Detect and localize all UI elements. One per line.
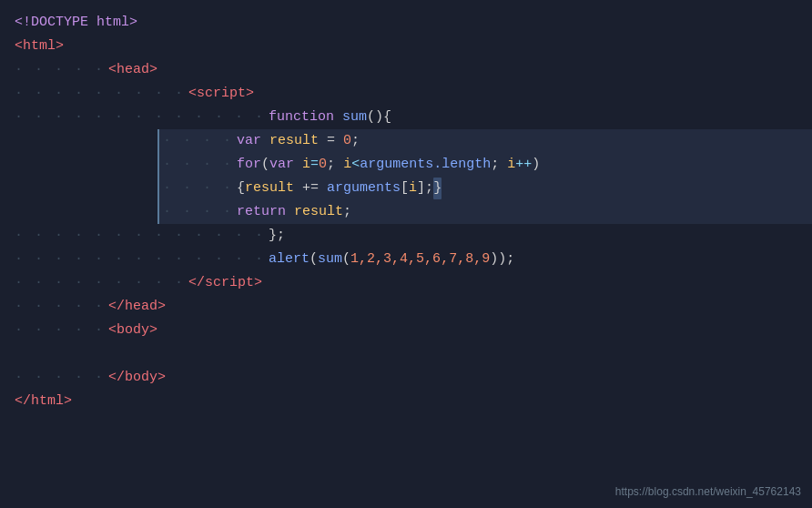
- result-2: result: [245, 178, 294, 199]
- dots-6: · · · ·: [163, 130, 233, 152]
- line-15: [0, 342, 812, 366]
- args-nums: 1,2,3,4,5,6,7,8,9: [350, 249, 490, 270]
- line-11: · · · · · · · · · · · · · alert(sum(1,2,…: [0, 248, 812, 271]
- code-editor: <!DOCTYPE html> <html> · · · · · <head> …: [0, 0, 812, 424]
- close-parens: ));: [490, 249, 514, 270]
- line-10: · · · · · · · · · · · · · };: [0, 224, 812, 248]
- line-1: <!DOCTYPE html>: [0, 11, 812, 35]
- dots-3: · · · · ·: [15, 59, 105, 81]
- dots-10: · · · · · · · · · · · · ·: [15, 225, 265, 247]
- var-i-3: i: [507, 154, 515, 176]
- semicolon-1: ;: [351, 130, 360, 152]
- brace-open: {: [237, 178, 245, 199]
- var-keyword-2: var: [269, 154, 302, 176]
- lt-op: <: [351, 154, 360, 176]
- dots-14: · · · · ·: [15, 320, 105, 341]
- dots-9: · · · ·: [163, 201, 233, 223]
- num-zero-2: 0: [319, 154, 327, 176]
- dots-4: · · · · · · · · ·: [15, 83, 185, 105]
- line-12: · · · · · · · · · </script>: [0, 271, 812, 295]
- body-open-tag: <body>: [108, 320, 157, 341]
- semi-3: ;: [491, 154, 507, 176]
- var-i: i: [302, 154, 310, 176]
- bracket-open: [: [401, 178, 409, 199]
- line-8: · · · · {result += arguments[i];}: [157, 177, 812, 200]
- body-close-tag: </body>: [108, 367, 166, 389]
- line-14: · · · · · <body>: [0, 319, 812, 342]
- sum-call: sum: [318, 249, 342, 270]
- head-open-tag: <head>: [108, 59, 157, 81]
- close-brace-semi: };: [269, 225, 285, 247]
- var-i-2: i: [343, 154, 351, 176]
- dots-8: · · · ·: [163, 178, 233, 199]
- line-17: </html>: [0, 390, 812, 413]
- for-paren-open: (: [261, 154, 269, 176]
- equals: =: [319, 130, 343, 152]
- return-keyword: return: [237, 201, 294, 223]
- empty-line: [15, 343, 23, 365]
- semi-2: ;: [327, 154, 343, 176]
- alert-paren: (: [310, 249, 318, 270]
- sum-args: (: [342, 249, 350, 270]
- alert-func: alert: [269, 249, 310, 270]
- dots-16: · · · · ·: [15, 367, 105, 389]
- result-3: result: [294, 201, 343, 223]
- var-result: result: [269, 130, 319, 152]
- semi-4: ;: [343, 201, 351, 223]
- arguments-length: arguments.length: [360, 154, 491, 176]
- pluseq: +=: [294, 178, 327, 199]
- html-open-tag: <html>: [15, 36, 64, 57]
- line-3: · · · · · <head>: [0, 58, 812, 82]
- line-5: · · · · · · · · · · · · · function sum()…: [0, 106, 812, 129]
- line-7: · · · · for(var i=0; i<arguments.length;…: [157, 153, 812, 177]
- doctype-text: <!DOCTYPE html>: [15, 12, 137, 34]
- sel-brace: }: [433, 178, 442, 199]
- html-close-tag: </html>: [15, 391, 72, 412]
- pp-op: ++: [515, 154, 532, 176]
- arguments-i: arguments: [327, 178, 401, 199]
- watermark: https://blog.csdn.net/weixin_45762143: [615, 483, 801, 501]
- line-9: · · · · return result;: [157, 200, 812, 224]
- dots-5: · · · · · · · · · · · · ·: [15, 107, 265, 128]
- head-close-tag: </head>: [108, 296, 166, 318]
- dots-7: · · · ·: [163, 154, 233, 176]
- func-parens: (){: [367, 107, 391, 128]
- dots-11: · · · · · · · · · · · · ·: [15, 249, 265, 270]
- bracket-close-semi: ];: [417, 178, 433, 199]
- eq-op: =: [310, 154, 319, 176]
- var-keyword: var: [237, 130, 269, 152]
- for-keyword: for: [237, 154, 261, 176]
- line-4: · · · · · · · · · <script>: [0, 82, 812, 106]
- func-name: sum: [342, 107, 367, 128]
- num-zero: 0: [343, 130, 351, 152]
- line-6: · · · · var result = 0;: [157, 129, 812, 153]
- dots-13: · · · · ·: [15, 296, 105, 318]
- script-open-tag: <script>: [188, 83, 254, 105]
- for-paren-close: ): [532, 154, 540, 176]
- line-16: · · · · · </body>: [0, 366, 812, 390]
- script-close-tag: </script>: [188, 272, 262, 294]
- keyword-function: function: [269, 107, 342, 128]
- var-i-4: i: [409, 178, 417, 199]
- line-13: · · · · · </head>: [0, 295, 812, 319]
- dots-12: · · · · · · · · ·: [15, 272, 185, 294]
- line-2: <html>: [0, 35, 812, 58]
